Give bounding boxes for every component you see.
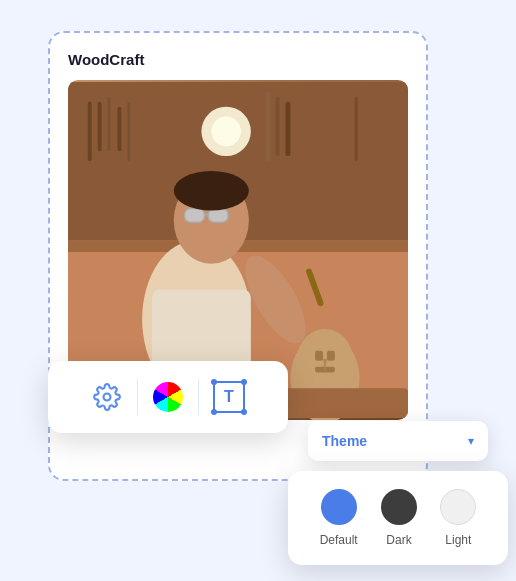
svg-rect-27	[315, 350, 323, 360]
theme-option-dark[interactable]: Dark	[381, 489, 417, 547]
text-t-label: T	[224, 389, 234, 405]
svg-rect-9	[285, 101, 290, 155]
svg-rect-11	[355, 96, 358, 160]
corner-tl	[211, 379, 217, 385]
theme-option-light[interactable]: Light	[440, 489, 476, 547]
main-container: WoodCraft	[48, 31, 468, 551]
text-icon: T	[213, 381, 245, 413]
svg-point-13	[211, 116, 241, 146]
svg-rect-10	[345, 91, 349, 170]
svg-rect-4	[108, 96, 111, 150]
svg-rect-19	[208, 208, 228, 222]
theme-option-label-light: Light	[445, 533, 471, 547]
theme-circle-dark	[381, 489, 417, 525]
color-wheel-icon	[153, 382, 183, 412]
svg-point-32	[104, 393, 111, 400]
svg-rect-18	[185, 208, 205, 222]
toolbar-card: T	[48, 361, 288, 433]
theme-dropdown[interactable]: Theme ▾	[308, 421, 488, 461]
theme-option-default[interactable]: Default	[320, 489, 358, 547]
chevron-down-icon: ▾	[468, 434, 474, 448]
theme-option-label-default: Default	[320, 533, 358, 547]
gear-icon	[93, 383, 121, 411]
theme-dropdown-label: Theme	[322, 433, 367, 449]
settings-toolbar-item[interactable]	[77, 372, 137, 422]
color-wheel-toolbar-item[interactable]	[138, 372, 198, 422]
text-toolbar-item[interactable]: T	[199, 372, 259, 422]
svg-rect-8	[276, 96, 280, 155]
svg-rect-6	[127, 101, 130, 160]
theme-circle-light	[440, 489, 476, 525]
svg-rect-2	[88, 101, 92, 160]
corner-bl	[211, 409, 217, 415]
corner-br	[241, 409, 247, 415]
theme-circle-default	[321, 489, 357, 525]
svg-rect-28	[327, 350, 335, 360]
svg-rect-3	[98, 101, 102, 150]
card-title: WoodCraft	[68, 51, 408, 68]
theme-options-panel: Default Dark Light	[288, 471, 508, 565]
corner-tr	[241, 379, 247, 385]
svg-rect-5	[117, 106, 121, 150]
theme-option-label-dark: Dark	[386, 533, 411, 547]
svg-rect-7	[266, 91, 271, 160]
svg-point-21	[174, 170, 249, 210]
